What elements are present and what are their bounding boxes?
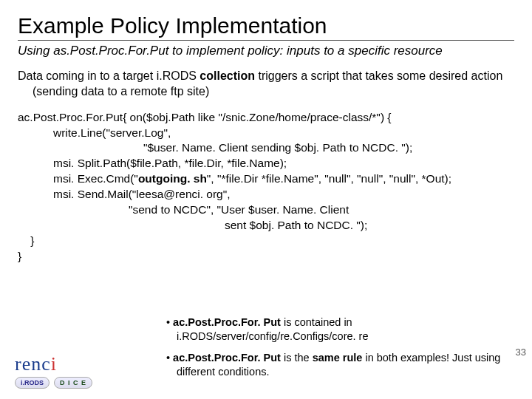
code-line: } <box>18 249 514 265</box>
code-line: write.Line("server.Log", <box>53 126 514 141</box>
code-line: ac.Post.Proc.For.Put{ on($obj.Path like … <box>18 110 514 126</box>
renci-text: renc <box>15 353 51 375</box>
slide: Example Policy Implementation Using as.P… <box>0 0 532 399</box>
dice-badge: D I C E <box>54 377 92 389</box>
bullet-bold: same rule <box>313 352 363 364</box>
notes-bullets: • ac.Post.Proc.For. Put is contained in … <box>166 316 506 386</box>
code-bold: outgoing. sh <box>138 172 207 185</box>
renci-dot-icon: i <box>51 353 57 375</box>
code-line: sent $obj. Path to NCDC. "); <box>225 218 514 233</box>
logo-row: renci i.RODS D I C E <box>15 353 92 389</box>
code-line: msi. Exec.Cmd("outgoing. sh", "*file.Dir… <box>53 171 514 187</box>
irods-badge: i.RODS <box>15 377 50 389</box>
code-line: } <box>18 233 514 249</box>
code-line: msi. Send.Mail("leesa@renci. org", <box>53 187 514 202</box>
renci-logo: renci i.RODS D I C E <box>15 353 92 389</box>
slide-subtitle: Using as.Post.Proc.For.Put to implement … <box>18 44 514 58</box>
bullet-marker: • <box>166 352 173 364</box>
code-line: "send to NCDC", "User $user. Name. Clien… <box>129 202 514 218</box>
intro-bold: collection <box>200 69 255 82</box>
bullet-2: • ac.Post.Proc.For. Put is the same rule… <box>166 351 506 379</box>
bullet-text: is the <box>281 352 313 364</box>
code-line: msi. Split.Path($file.Path, *file.Dir, *… <box>53 156 514 171</box>
bullet-bold: ac.Post.Proc.For. Put <box>173 352 281 364</box>
title-underline <box>18 40 514 41</box>
code-span: msi. Exec.Cmd(" <box>53 172 138 185</box>
bullet-marker: • <box>166 316 173 328</box>
bullet-1: • ac.Post.Proc.For. Put is contained in … <box>166 316 506 344</box>
code-block: ac.Post.Proc.For.Put{ on($obj.Path like … <box>18 110 514 265</box>
page-number: 33 <box>516 347 526 358</box>
slide-title: Example Policy Implementation <box>18 13 514 38</box>
intro-pre: Data coming in to a target i.RODS <box>18 69 200 82</box>
bullet-bold: ac.Post.Proc.For. Put <box>173 316 281 328</box>
intro-paragraph: Data coming in to a target i.RODS collec… <box>18 69 514 100</box>
code-span: ", "*file.Dir *file.Name", "null", "null… <box>207 172 451 185</box>
code-line: "$user. Name. Client sending $obj. Path … <box>143 140 514 156</box>
